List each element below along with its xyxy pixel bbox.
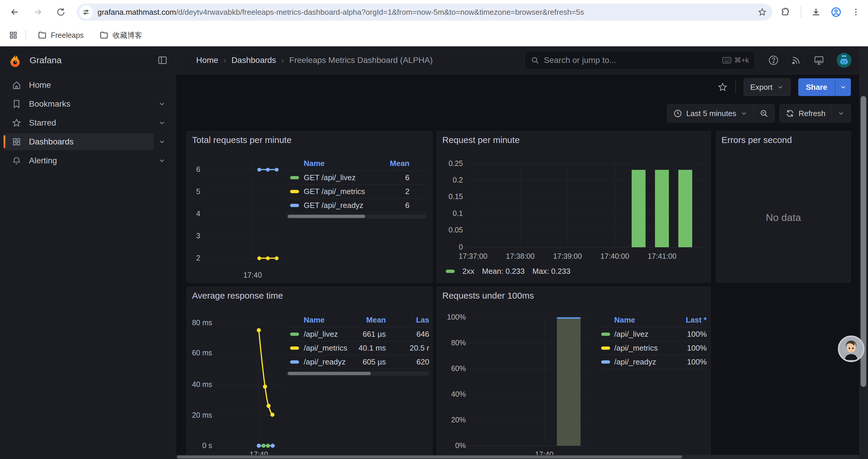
sidebar-item-label: Alerting: [29, 156, 57, 165]
legend-scrollbar-thumb[interactable]: [288, 215, 365, 218]
search-icon: [531, 56, 539, 64]
horizontal-scrollbar-thumb[interactable]: [177, 455, 682, 458]
chevron-down-icon[interactable]: [158, 157, 166, 165]
vertical-scrollbar[interactable]: [859, 46, 868, 459]
reload-button[interactable]: [54, 5, 68, 19]
legend-col-last[interactable]: Las: [408, 316, 429, 325]
chevron-down-icon[interactable]: [158, 100, 166, 108]
legend-row[interactable]: /api/_readyz 100%: [601, 355, 709, 369]
legend-scrollbar[interactable]: [286, 214, 427, 219]
chevron-down-icon: [777, 84, 784, 91]
sidebar-item-dashboards[interactable]: Dashboards: [4, 133, 154, 150]
time-range-picker[interactable]: Last 5 minutes: [668, 104, 753, 122]
back-button[interactable]: [8, 5, 22, 19]
series-name[interactable]: GET /api/_metrics: [304, 187, 365, 196]
toolbar-divider: [801, 7, 801, 18]
share-menu-chevron-icon[interactable]: [835, 78, 851, 96]
series-name[interactable]: /api/_readyz: [614, 357, 656, 366]
panel-errors-per-second[interactable]: Errors per second No data: [716, 131, 851, 283]
legend-row[interactable]: /api/_metrics 40.1 ms 20.5 r: [286, 341, 429, 355]
forward-button[interactable]: [31, 5, 45, 19]
legend-row[interactable]: /api/_metrics 100%: [601, 341, 709, 355]
bookmark-folder-blogs[interactable]: 收藏博客: [95, 28, 146, 42]
panel-total-requests[interactable]: Total requests per minute 6 5 4 3 2 17:4…: [186, 131, 433, 283]
sidebar-toggle-icon[interactable]: [157, 55, 167, 65]
series-name[interactable]: /api/_metrics: [614, 343, 658, 353]
time-picker-group: Last 5 minutes: [667, 104, 775, 123]
sidebar-item-bookmarks[interactable]: Bookmarks: [4, 96, 158, 112]
legend-col-name[interactable]: Name: [304, 159, 325, 168]
legend-row[interactable]: /api/_livez 661 µs 646: [286, 327, 429, 341]
refresh-icon: [785, 109, 795, 118]
browser-chrome: grafana.mathmast.com/d/deytv4rwavabkb/fr…: [0, 0, 868, 46]
chevron-down-icon[interactable]: [158, 119, 166, 127]
url-bar[interactable]: grafana.mathmast.com/d/deytv4rwavabkb/fr…: [77, 4, 772, 21]
x-tick-label: 17:40:00: [594, 252, 636, 261]
share-label[interactable]: Share: [798, 78, 835, 96]
legend-row[interactable]: /api/_readyz 605 µs 620: [286, 355, 429, 369]
series-color-pill: [601, 333, 610, 336]
bookmark-folder-freeleaps[interactable]: Freeleaps: [34, 28, 88, 42]
series-name[interactable]: /api/_livez: [304, 330, 338, 339]
refresh-interval-dropdown[interactable]: [832, 104, 850, 122]
grafana-logo-icon[interactable]: [8, 54, 22, 67]
panel-request-per-minute[interactable]: Request per minute 0.25 0.2 0.15 0.1 0.0…: [437, 131, 711, 283]
series-color-pill: [290, 360, 299, 364]
series-color-pill: [446, 270, 455, 273]
sidebar-item-label: Starred: [29, 118, 56, 128]
legend-col-name[interactable]: Name: [614, 316, 635, 325]
bookmark-star-icon[interactable]: [756, 5, 769, 19]
kiosk-monitor-icon[interactable]: [814, 55, 824, 66]
series-name[interactable]: /api/_metrics: [304, 343, 347, 353]
zoom-out-button[interactable]: [754, 104, 774, 122]
site-settings-icon[interactable]: [79, 5, 93, 19]
y-tick-label: 40%: [437, 390, 466, 398]
y-tick-label: 0.15: [437, 192, 463, 201]
refresh-button[interactable]: Refresh: [780, 104, 831, 122]
assistant-avatar[interactable]: [838, 335, 864, 362]
bookmark-label: Freeleaps: [51, 31, 84, 40]
data-point: [275, 256, 279, 260]
sidebar-item-alerting[interactable]: Alerting: [4, 153, 158, 169]
legend-row[interactable]: /api/_livez 100%: [601, 327, 709, 341]
series-name[interactable]: GET /api/_readyz: [304, 201, 363, 210]
y-tick-label: 2: [187, 254, 200, 262]
panel-avg-response-time[interactable]: Average response time 80 ms 60 ms 40 ms …: [186, 287, 433, 459]
search-input[interactable]: Search or jump to... ⌘+k: [525, 51, 755, 70]
extensions-icon[interactable]: [781, 7, 790, 17]
series-name[interactable]: 2xx: [462, 267, 474, 276]
y-tick-label: 0.05: [437, 226, 463, 234]
sidebar-item-home[interactable]: Home: [4, 77, 172, 93]
legend-col-mean[interactable]: Mean: [390, 159, 409, 168]
browser-menu-icon[interactable]: [851, 8, 860, 17]
favorite-star-icon[interactable]: [718, 82, 728, 92]
series-name[interactable]: /api/_livez: [614, 330, 649, 339]
export-button[interactable]: Export: [744, 78, 790, 96]
legend-row[interactable]: GET /api/_metrics 2: [286, 185, 427, 198]
breadcrumb-home[interactable]: Home: [196, 56, 218, 65]
bar-2xx: [655, 170, 669, 247]
profile-icon[interactable]: [831, 7, 841, 18]
news-rss-icon[interactable]: [791, 55, 801, 65]
horizontal-scrollbar[interactable]: [176, 455, 859, 459]
legend-scrollbar[interactable]: [286, 371, 429, 376]
help-icon[interactable]: [768, 55, 779, 66]
legend-row[interactable]: GET /api/_readyz 6: [286, 198, 427, 212]
chevron-down-icon[interactable]: [158, 138, 166, 145]
series-name[interactable]: /api/_readyz: [304, 357, 346, 366]
sidebar-item-starred[interactable]: Starred: [4, 114, 158, 131]
legend-scrollbar-thumb[interactable]: [288, 372, 371, 375]
downloads-icon[interactable]: [811, 7, 821, 17]
legend-col-last[interactable]: Last *: [686, 316, 707, 325]
y-tick-label: 60%: [437, 364, 466, 373]
breadcrumb-dashboards[interactable]: Dashboards: [231, 56, 276, 65]
legend-row[interactable]: GET /api/_livez 6: [286, 171, 427, 185]
panel-requests-under-100ms[interactable]: Requests under 100ms 100% 80% 60% 40% 20…: [437, 287, 711, 459]
apps-grid-icon[interactable]: [9, 31, 18, 40]
legend-col-name[interactable]: Name: [304, 316, 325, 325]
share-button[interactable]: Share: [798, 78, 851, 96]
legend-col-mean[interactable]: Mean: [366, 316, 386, 325]
y-tick-label: 6: [187, 165, 200, 174]
series-name[interactable]: GET /api/_livez: [304, 173, 356, 182]
user-avatar[interactable]: [837, 53, 851, 68]
